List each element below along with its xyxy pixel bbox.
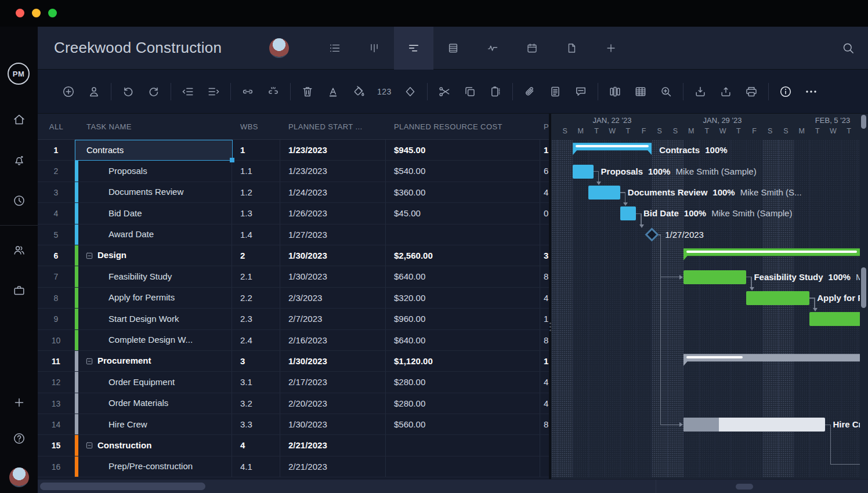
column-header-all[interactable]: ALL: [38, 114, 75, 140]
wbs-cell[interactable]: 1.4: [232, 224, 280, 245]
planned-start-cell[interactable]: 1/26/2023: [280, 203, 386, 223]
planned-start-cell[interactable]: 1/30/2023: [280, 414, 386, 434]
tab-sheet[interactable]: [433, 27, 473, 70]
planned-cost-cell[interactable]: $640.00: [386, 330, 540, 350]
p-cell[interactable]: 8: [540, 330, 549, 350]
planned-cost-cell[interactable]: $540.00: [386, 161, 540, 181]
planned-start-cell[interactable]: 1/30/2023: [280, 245, 386, 266]
tab-gantt[interactable]: [394, 27, 433, 70]
user-avatar[interactable]: [9, 467, 29, 487]
planned-cost-cell[interactable]: $280.00: [386, 393, 540, 414]
task-bar[interactable]: [746, 291, 809, 305]
planned-cost-cell[interactable]: [386, 435, 540, 455]
task-name-cell[interactable]: Complete Design W...: [78, 330, 232, 350]
minimize-window-button[interactable]: [32, 9, 41, 17]
task-name-cell[interactable]: Order Materials: [78, 393, 232, 414]
task-name-cell[interactable]: Order Equipment: [78, 372, 232, 392]
planned-start-cell[interactable]: 1/30/2023: [280, 351, 386, 371]
row-number[interactable]: 6: [38, 245, 75, 266]
table-hscroll-thumb[interactable]: [40, 483, 205, 490]
p-cell[interactable]: 4: [540, 372, 549, 392]
column-header-planned-start[interactable]: PLANNED START ...: [288, 114, 362, 140]
p-cell[interactable]: 4: [540, 182, 549, 202]
sidebar-item-portfolio[interactable]: [0, 270, 38, 311]
assign-button[interactable]: [87, 85, 101, 99]
notes-button[interactable]: [548, 85, 562, 99]
planned-cost-cell[interactable]: $1,120.00: [386, 351, 540, 371]
task-bar[interactable]: [573, 165, 593, 179]
wbs-cell[interactable]: 1.1: [232, 161, 280, 181]
task-name-cell[interactable]: Procurement: [78, 351, 232, 371]
planned-start-cell[interactable]: 2/20/2023: [280, 393, 386, 414]
row-number[interactable]: 12: [38, 372, 75, 392]
sidebar-item-team[interactable]: [0, 230, 38, 270]
planned-cost-cell[interactable]: [386, 224, 540, 245]
collapse-icon[interactable]: [85, 441, 93, 449]
planned-cost-cell[interactable]: $960.00: [386, 309, 540, 329]
wbs-cell[interactable]: 2: [232, 245, 280, 266]
task-bar[interactable]: [683, 418, 826, 432]
tab-page[interactable]: [552, 27, 591, 70]
planned-start-cell[interactable]: 1/30/2023: [280, 266, 386, 287]
task-name-cell[interactable]: Apply for Permits: [78, 288, 232, 308]
planned-start-cell[interactable]: 1/24/2023: [280, 182, 386, 202]
import-button[interactable]: [693, 85, 707, 99]
row-number[interactable]: 5: [38, 224, 75, 245]
row-number[interactable]: 2: [38, 161, 75, 181]
sidebar-item-add[interactable]: [12, 396, 26, 412]
p-cell[interactable]: 1: [540, 140, 549, 160]
print-button[interactable]: [744, 85, 758, 99]
task-name-cell[interactable]: Proposals: [78, 161, 232, 181]
task-name-cell[interactable]: Award Date: [78, 224, 232, 245]
row-number[interactable]: 13: [38, 393, 75, 414]
sidebar-item-help[interactable]: [12, 432, 26, 448]
column-header-wbs[interactable]: WBS: [240, 114, 258, 140]
tab-add-view[interactable]: [591, 27, 631, 70]
p-cell[interactable]: [540, 435, 549, 455]
row-number[interactable]: 16: [38, 456, 75, 477]
row-number[interactable]: 3: [38, 182, 75, 202]
planned-start-cell[interactable]: 2/21/2023: [280, 456, 386, 477]
cut-button[interactable]: [437, 85, 451, 99]
comment-button[interactable]: [574, 85, 588, 99]
gantt-vertical-scrollbar-top[interactable]: [861, 115, 866, 129]
wbs-cell[interactable]: 1.2: [232, 182, 280, 202]
spreadsheet-button[interactable]: [634, 85, 648, 99]
p-cell[interactable]: 4: [540, 393, 549, 414]
more-button[interactable]: [804, 85, 818, 99]
p-cell[interactable]: 1: [540, 351, 549, 371]
paste-button[interactable]: [489, 85, 502, 99]
task-name-cell[interactable]: Feasibility Study: [78, 266, 232, 287]
pm-logo[interactable]: PM: [8, 63, 30, 85]
p-cell[interactable]: 4: [540, 288, 549, 308]
task-name-cell[interactable]: Start Design Work: [78, 309, 232, 329]
planned-cost-cell[interactable]: $560.00: [386, 414, 540, 434]
task-name-cell[interactable]: Documents Review: [78, 182, 232, 202]
row-number[interactable]: 7: [38, 266, 75, 287]
planned-cost-cell[interactable]: [386, 456, 540, 477]
planned-cost-cell[interactable]: $2,560.00: [386, 245, 540, 266]
unlink-tasks-button[interactable]: [266, 85, 280, 99]
outdent-button[interactable]: [181, 85, 195, 99]
gantt-hscroll-thumb[interactable]: [736, 484, 753, 490]
wbs-cell[interactable]: 1: [232, 140, 280, 160]
wbs-cell[interactable]: 4: [232, 435, 280, 455]
link-tasks-button[interactable]: [241, 85, 255, 99]
indent-button[interactable]: [207, 85, 220, 99]
column-header-p[interactable]: P: [544, 114, 549, 140]
column-header-planned-resource-cost[interactable]: PLANNED RESOURCE COST: [394, 114, 502, 140]
collapse-icon[interactable]: [85, 252, 93, 260]
column-header-task-name[interactable]: TASK NAME: [86, 114, 132, 140]
info-button[interactable]: [779, 85, 793, 99]
summary-bar[interactable]: [573, 143, 652, 155]
p-cell[interactable]: 1: [540, 309, 549, 329]
row-number[interactable]: 14: [38, 414, 75, 434]
tab-list[interactable]: [315, 27, 355, 70]
p-cell[interactable]: 6: [540, 161, 549, 181]
zoom-window-button[interactable]: [48, 9, 57, 17]
wbs-cell[interactable]: 3: [232, 351, 280, 371]
wbs-cell[interactable]: 2.2: [232, 288, 280, 308]
planned-cost-cell[interactable]: $360.00: [386, 182, 540, 202]
export-button[interactable]: [719, 85, 733, 99]
planned-start-cell[interactable]: 1/27/2023: [280, 224, 386, 245]
